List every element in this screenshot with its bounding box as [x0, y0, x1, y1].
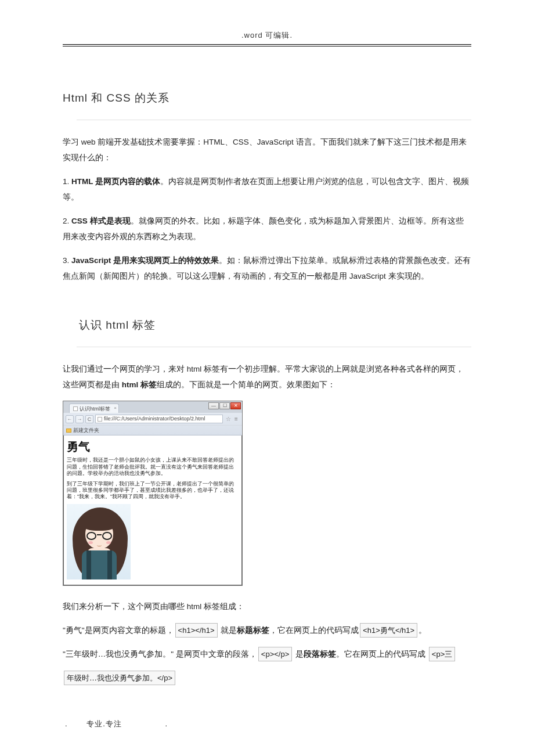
- tab-favicon-icon: [73, 406, 78, 411]
- s2-p-explain-line2: 年级时…我也没勇气参加。</p>: [63, 670, 471, 686]
- section-title-html-css: Html 和 CSS 的关系: [63, 87, 471, 109]
- footer-left-dot: .: [65, 719, 68, 728]
- bookmarks-bar: 新建文件夹: [63, 425, 242, 435]
- p-code-chip-1: <p>三: [429, 647, 455, 661]
- sample-image: [67, 504, 131, 579]
- list-item-1: 1. HTML 是网页内容的载体。内容就是网页制作者放在页面上想要让用户浏览的信…: [63, 174, 471, 205]
- folder-icon: [66, 429, 71, 433]
- tab-title: 认识html标签: [80, 405, 110, 412]
- browser-tabstrip: 认识html标签 × — ☐ ✕: [63, 401, 242, 413]
- nav-reload-button[interactable]: C: [85, 415, 93, 423]
- list-item-2: 2. CSS 样式是表现。就像网页的外衣。比如，标题字体、颜色变化，或为标题加入…: [63, 213, 471, 244]
- document-body: Html 和 CSS 的关系 学习 web 前端开发基础技术需要掌握：HTML、…: [0, 46, 534, 686]
- li2-prefix: 2.: [63, 217, 71, 225]
- page-header-text: .word 可编辑.: [241, 31, 293, 39]
- window-close-button[interactable]: ✕: [230, 402, 241, 409]
- nav-forward-button[interactable]: →: [75, 415, 84, 423]
- s2-analysis: 我们来分析一下，这个网页由哪些 html 标签组成：: [63, 599, 471, 614]
- h1-code-chip: <h1>勇气</h1>: [360, 623, 417, 638]
- tab-close-icon[interactable]: ×: [114, 405, 117, 412]
- section-divider: [77, 120, 471, 120]
- p3c: ，它在网页上的代码写成: [269, 626, 359, 635]
- p3d: 。: [418, 626, 427, 635]
- browser-toolbar: ← → C file:///C:/Users/Administrator/Des…: [63, 413, 242, 425]
- address-bar[interactable]: file:///C:/Users/Administrator/Desktop/2…: [95, 415, 223, 423]
- nav-back-button[interactable]: ←: [66, 415, 74, 423]
- sample-para-1: 三年级时，我还是一个胆小如鼠的小女孩，上课从来不敢回答老师提出的问题，生怕回答错…: [67, 457, 239, 477]
- sample-page-title: 勇气: [67, 439, 239, 455]
- browser-tab[interactable]: 认识html标签 ×: [69, 404, 119, 413]
- list-item-3: 3. JavaScript 是用来实现网页上的特效效果。如：鼠标滑过弹出下拉菜单…: [63, 253, 471, 284]
- h1-tag-chip: <h1></h1>: [175, 623, 218, 638]
- p3-bold: 标题标签: [237, 626, 269, 635]
- file-icon: [98, 417, 102, 422]
- star-icon[interactable]: ☆: [225, 416, 232, 423]
- p-tag-chip: <p></p>: [258, 647, 292, 661]
- p4c: 。它在网页上的代码写成: [336, 650, 428, 658]
- url-text: file:///C:/Users/Administrator/Desktop/2…: [104, 415, 205, 422]
- p4b: 是: [293, 650, 304, 658]
- sample-para-2: 到了三年级下学期时，我们班上了一节公开课，老师提出了一个很简单的问题，班里很多同…: [67, 481, 239, 501]
- p4a: "三年级时…我也没勇气参加。" 是网页中文章的段落，: [63, 650, 257, 658]
- s2-h1-explain: "勇气"是网页内容文章的标题，<h1></h1> 就是标题标签，它在网页上的代码…: [63, 622, 471, 638]
- intro-paragraph: 学习 web 前端开发基础技术需要掌握：HTML、CSS、JavaScript …: [63, 134, 471, 165]
- footer-right-dot: .: [165, 719, 168, 728]
- p-code-chip-2: 年级时…我也没勇气参加。</p>: [64, 671, 175, 685]
- li2-bold: CSS 样式是表现: [71, 217, 131, 225]
- s2-p-explain: "三年级时…我也没勇气参加。" 是网页中文章的段落，<p></p> 是段落标签。…: [63, 646, 471, 662]
- window-minimize-button[interactable]: —: [208, 402, 219, 409]
- bookmark-folder[interactable]: 新建文件夹: [73, 427, 99, 434]
- page-header: .word 可编辑.: [0, 0, 534, 41]
- s2-intro-c: 组成的。下面就是一个简单的网页。效果图如下：: [157, 380, 335, 389]
- browser-chrome: 认识html标签 × — ☐ ✕ ← → C file:///C:/Users/…: [63, 401, 242, 435]
- browser-viewport: 勇气 三年级时，我还是一个胆小如鼠的小女孩，上课从来不敢回答老师提出的问题，生怕…: [63, 435, 242, 585]
- window-maximize-button[interactable]: ☐: [219, 402, 230, 409]
- li3-prefix: 3.: [63, 256, 71, 265]
- menu-icon[interactable]: ≡: [233, 416, 240, 423]
- li1-bold: HTML 是网页内容的载体: [71, 177, 160, 186]
- li1-prefix: 1.: [63, 177, 71, 186]
- p3b: 就是: [219, 626, 237, 635]
- p4-bold: 段落标签: [304, 650, 336, 658]
- s2-intro: 让我们通过一个网页的学习，来对 html 标签有一个初步理解。平常大家说的上网就…: [63, 361, 471, 393]
- section-title-html-tags: 认识 html 标签: [63, 314, 471, 336]
- footer-center: 专业.专注: [86, 719, 122, 728]
- s2-intro-bold: html 标签: [122, 380, 157, 389]
- embedded-browser-window: 认识html标签 × — ☐ ✕ ← → C file:///C:/Users/…: [63, 401, 243, 586]
- p3a: "勇气"是网页内容文章的标题，: [63, 626, 174, 635]
- li3-bold: JavaScript 是用来实现网页上的特效效果: [71, 256, 219, 265]
- page-footer: . 专业.专注 .: [63, 719, 168, 729]
- window-controls: — ☐ ✕: [208, 402, 241, 409]
- section-divider-2: [77, 347, 471, 347]
